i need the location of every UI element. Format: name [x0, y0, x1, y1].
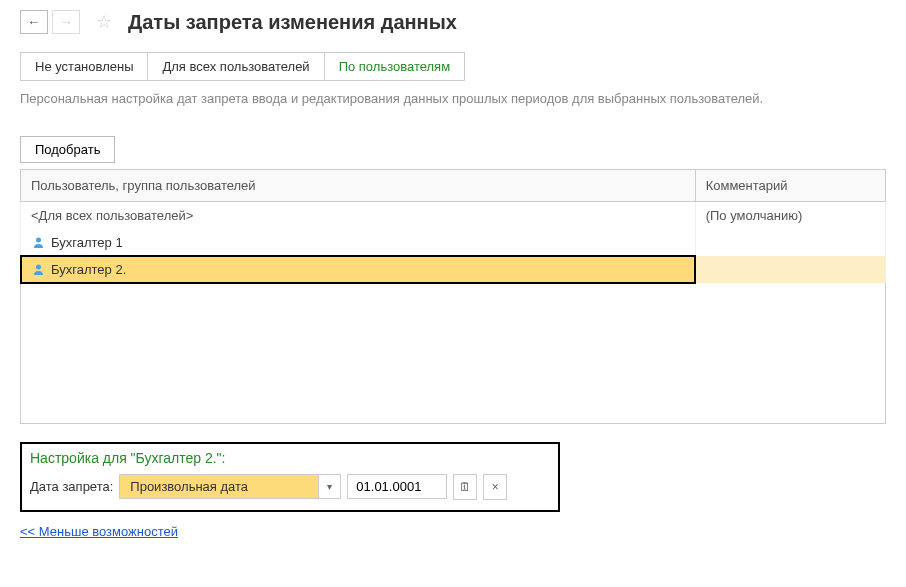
comment-cell: (По умолчанию)	[695, 202, 885, 230]
select-button[interactable]: Подобрать	[20, 136, 115, 163]
close-icon: ×	[492, 480, 499, 494]
clear-date-button[interactable]: ×	[483, 474, 507, 500]
date-picker-button[interactable]: 🗓	[453, 474, 477, 500]
user-cell: Бухгалтер 1	[21, 229, 696, 256]
tab-by-users[interactable]: По пользователям	[325, 53, 464, 80]
users-table: Пользователь, группа пользователей Комме…	[20, 169, 886, 424]
column-header-user[interactable]: Пользователь, группа пользователей	[21, 170, 696, 202]
favorite-button[interactable]: ☆	[90, 10, 118, 34]
comment-cell	[695, 229, 885, 256]
dropdown-toggle[interactable]: ▾	[319, 474, 341, 499]
user-label: Бухгалтер 2.	[51, 262, 126, 277]
date-input[interactable]	[347, 474, 447, 499]
svg-point-0	[36, 238, 41, 243]
svg-point-1	[36, 265, 41, 270]
config-title: Настройка для "Бухгалтер 2.":	[30, 450, 550, 466]
user-label: Бухгалтер 1	[51, 235, 123, 250]
nav-forward-button[interactable]: →	[52, 10, 80, 34]
user-cell: <Для всех пользователей>	[21, 202, 696, 230]
calendar-icon: 🗓	[459, 480, 471, 494]
user-icon	[31, 263, 45, 277]
star-icon: ☆	[96, 11, 112, 33]
user-cell: Бухгалтер 2.	[21, 256, 696, 283]
chevron-down-icon: ▾	[327, 481, 332, 492]
table-row[interactable]: Бухгалтер 2.	[21, 256, 886, 283]
arrow-right-icon: →	[59, 14, 73, 30]
ban-type-dropdown[interactable]: Произвольная дата ▾	[119, 474, 341, 499]
page-title: Даты запрета изменения данных	[128, 11, 457, 34]
table-row[interactable]: <Для всех пользователей> (По умолчанию)	[21, 202, 886, 230]
tab-not-set[interactable]: Не установлены	[21, 53, 148, 80]
tab-all-users[interactable]: Для всех пользователей	[148, 53, 324, 80]
user-icon	[31, 236, 45, 250]
description-text: Персональная настройка дат запрета ввода…	[20, 91, 886, 106]
date-label: Дата запрета:	[30, 479, 113, 494]
nav-back-button[interactable]: ←	[20, 10, 48, 34]
table-row[interactable]: Бухгалтер 1	[21, 229, 886, 256]
config-panel: Настройка для "Бухгалтер 2.": Дата запре…	[20, 442, 560, 512]
arrow-left-icon: ←	[27, 14, 41, 30]
less-options-link[interactable]: << Меньше возможностей	[20, 524, 178, 539]
dropdown-value: Произвольная дата	[119, 474, 319, 499]
tab-bar: Не установлены Для всех пользователей По…	[20, 52, 465, 81]
column-header-comment[interactable]: Комментарий	[695, 170, 885, 202]
comment-cell	[695, 256, 885, 283]
